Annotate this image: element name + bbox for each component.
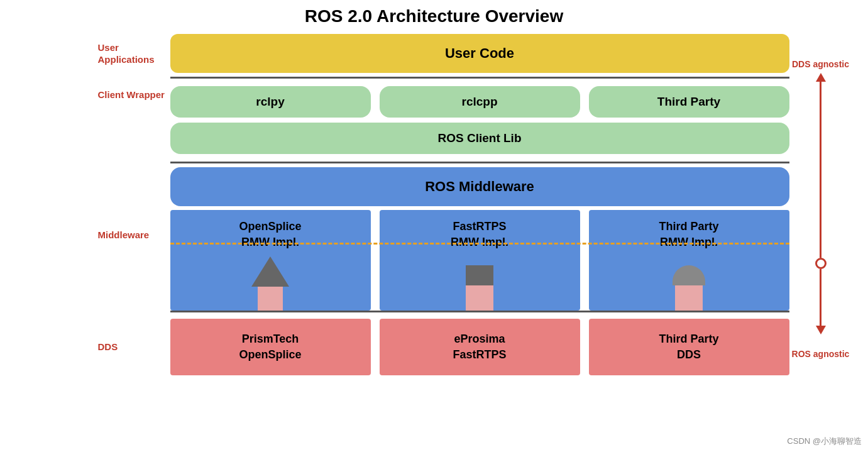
- eprosima-label: eProsimaFastRTPS: [453, 333, 506, 361]
- page-container: ROS 2.0 Architecture Overview User Appli…: [0, 0, 868, 452]
- thirdparty-dds-box: Third PartyDDS: [589, 319, 789, 375]
- dds-layer: DDS PrismTechOpenSplice eProsimaFastRTPS…: [98, 316, 789, 378]
- thirdparty-dds-label: Third PartyDDS: [659, 333, 718, 361]
- diagram-wrapper: User Applications User Code Client Wrapp…: [16, 34, 852, 378]
- thirdparty-pink-connector: [675, 285, 703, 311]
- opensplice-connector-pink: [258, 287, 283, 311]
- thirdparty-rmw-title: Third PartyRMW Impl.: [596, 219, 782, 250]
- user-code-block: User Code: [170, 34, 789, 73]
- dds-label: DDS: [98, 341, 170, 353]
- watermark: CSDN @小海聊智造: [787, 436, 862, 447]
- fastrtps-pink-connector: [466, 285, 493, 311]
- fastrtps-title: FastRTPSRMW Impl.: [387, 219, 573, 250]
- client-wrapper-layer: Client Wrapper rclpy rclcpp Third Party …: [98, 82, 789, 158]
- arrow-line-top: [820, 82, 821, 258]
- ros-middleware-layer: ROS Middleware: [98, 167, 789, 206]
- page-title: ROS 2.0 Architecture Overview: [13, 6, 855, 26]
- dds-agnostic-label: DDS agnostic: [792, 59, 849, 69]
- ros-middleware-block: ROS Middleware: [170, 167, 789, 206]
- opensplice-title: OpenSpliceRMW Impl.: [178, 219, 363, 250]
- dds-boxes-row: PrismTechOpenSplice eProsimaFastRTPS Thi…: [170, 316, 789, 378]
- ros-agnostic-section: ROS agnostic: [783, 349, 859, 359]
- divider-3: [170, 311, 789, 312]
- arrow-line-bottom: [820, 269, 821, 326]
- arrow-down-head: [816, 326, 826, 334]
- dashed-line: [170, 243, 789, 245]
- arrow-circle: [815, 258, 827, 269]
- client-wrapper-label: Client Wrapper: [98, 82, 170, 158]
- prismtech-label: PrismTechOpenSplice: [239, 333, 301, 361]
- rclpy-box: rclpy: [170, 86, 371, 118]
- opensplice-box: OpenSpliceRMW Impl.: [170, 210, 371, 311]
- middleware-label: Middleware: [98, 210, 170, 241]
- user-applications-layer: User Applications User Code: [98, 34, 789, 73]
- opensplice-arrow-dark: [251, 256, 289, 287]
- thirdparty-rmw-box: Third PartyRMW Impl.: [589, 210, 789, 311]
- fastrtps-gray-connector: [466, 265, 493, 285]
- rclcpp-box: rclcpp: [380, 86, 580, 118]
- fastrtps-box: FastRTPSRMW Impl.: [380, 210, 580, 311]
- eprosima-box: eProsimaFastRTPS: [380, 319, 580, 375]
- thirdparty-gray-halfcircle: [673, 265, 705, 285]
- divider-1: [170, 77, 789, 79]
- client-top-boxes: rclpy rclcpp Third Party: [170, 86, 789, 118]
- ros-client-lib-box: ROS Client Lib: [170, 123, 789, 154]
- prismtech-box: PrismTechOpenSplice: [170, 319, 371, 375]
- arrow-up-head: [816, 73, 826, 82]
- middleware-impl-section: Middleware OpenSpliceRMW Impl.: [98, 210, 789, 311]
- dds-agnostic-section: DDS agnostic: [783, 59, 859, 334]
- ros-agnostic-label: ROS agnostic: [783, 349, 859, 359]
- third-party-box: Third Party: [589, 86, 789, 118]
- user-applications-label: User Applications: [98, 41, 170, 66]
- divider-2: [170, 162, 789, 163]
- right-labels-container: DDS agnostic ROS agnostic: [777, 34, 859, 378]
- impl-boxes-row: OpenSpliceRMW Impl. FastRTPSRMW Impl.: [170, 210, 789, 311]
- dds-agnostic-arrow: [815, 73, 827, 334]
